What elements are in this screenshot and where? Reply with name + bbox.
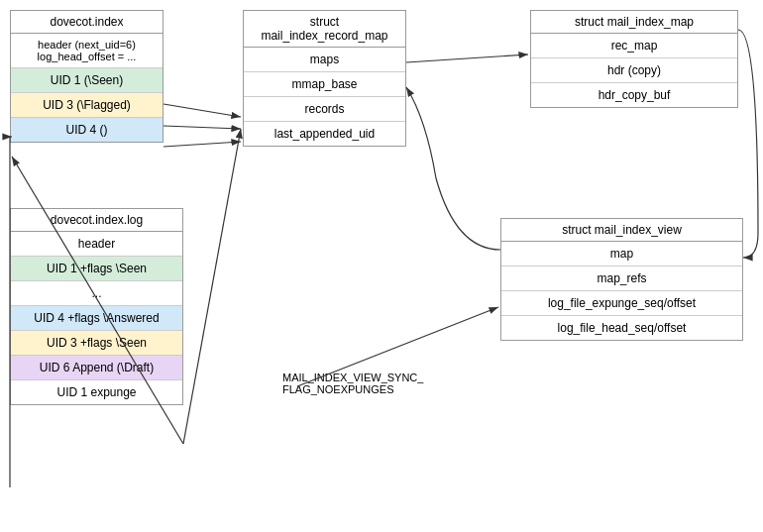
dovecot-index-title: dovecot.index (11, 11, 163, 34)
index-log-uid1exp: UID 1 expunge (11, 380, 182, 404)
index-log-uid4ans: UID 4 +flags \Answered (11, 306, 182, 331)
index-view-maprefs: map_refs (501, 266, 742, 291)
index-view-box: struct mail_index_view map map_refs log_… (500, 218, 743, 341)
index-log-title: dovecot.index.log (11, 209, 182, 232)
record-map-title: struct mail_index_record_map (244, 11, 405, 48)
index-map-title: struct mail_index_map (531, 11, 737, 34)
index-map-hdr: hdr (copy) (531, 58, 737, 83)
index-map-hdrbuf: hdr_copy_buf (531, 83, 737, 107)
svg-line-2 (164, 104, 241, 117)
index-log-header: header (11, 232, 182, 257)
index-view-map: map (501, 242, 742, 266)
index-log-uid6append: UID 6 Append (\Draft) (11, 356, 182, 380)
index-log-box: dovecot.index.log header UID 1 +flags \S… (10, 208, 183, 405)
svg-line-4 (164, 142, 241, 147)
diagram: dovecot.index header (next_uid=6) log_he… (0, 0, 763, 532)
dovecot-index-uid3: UID 3 (\Flagged) (11, 93, 163, 118)
dovecot-index-uid1: UID 1 (\Seen) (11, 68, 163, 93)
sync-label: MAIL_INDEX_VIEW_SYNC_ FLAG_NOEXPUNGES (282, 372, 441, 395)
index-log-uid1seen: UID 1 +flags \Seen (11, 257, 182, 281)
index-log-uid3seen: UID 3 +flags \Seen (11, 331, 182, 356)
record-map-box: struct mail_index_record_map maps mmap_b… (243, 10, 406, 147)
svg-line-3 (164, 126, 241, 129)
record-map-lastuid: last_appended_uid (244, 122, 405, 146)
dovecot-index-subtitle: header (next_uid=6) log_head_offset = ..… (11, 34, 163, 68)
svg-line-6 (183, 129, 241, 444)
index-map-box: struct mail_index_map rec_map hdr (copy)… (530, 10, 738, 108)
index-map-recmap: rec_map (531, 34, 737, 58)
index-log-ellipsis: ... (11, 281, 182, 306)
record-map-maps: maps (244, 48, 405, 72)
index-view-title: struct mail_index_view (501, 219, 742, 242)
index-view-expunge: log_file_expunge_seq/offset (501, 291, 742, 316)
dovecot-index-uid4: UID 4 () (11, 118, 163, 142)
record-map-records: records (244, 97, 405, 122)
index-view-head: log_file_head_seq/offset (501, 316, 742, 340)
record-map-mmap: mmap_base (244, 72, 405, 97)
svg-line-5 (406, 54, 528, 62)
dovecot-index-box: dovecot.index header (next_uid=6) log_he… (10, 10, 164, 143)
